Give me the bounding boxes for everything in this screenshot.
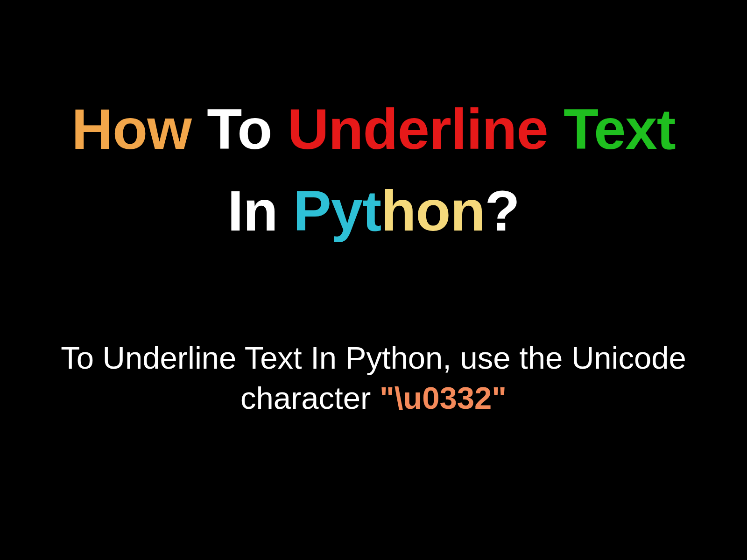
title-word-text: Text	[564, 97, 676, 161]
title-question-mark: ?	[485, 179, 520, 243]
subtitle-code: "\u0332"	[380, 380, 507, 415]
python-part-2: hon	[381, 179, 485, 243]
title-word-to: To	[207, 97, 272, 161]
title-word-in: In	[227, 179, 277, 243]
title-word-how: How	[71, 97, 191, 161]
subtitle: To Underline Text In Python, use the Uni…	[0, 338, 747, 418]
subtitle-plain-text: To Underline Text In Python, use the Uni…	[61, 340, 686, 415]
main-title: How To Underline Text In Python?	[53, 89, 694, 252]
python-part-1: Pyt	[293, 179, 381, 243]
title-word-underline: Underline	[287, 97, 548, 161]
title-word-python: Python	[293, 179, 485, 243]
